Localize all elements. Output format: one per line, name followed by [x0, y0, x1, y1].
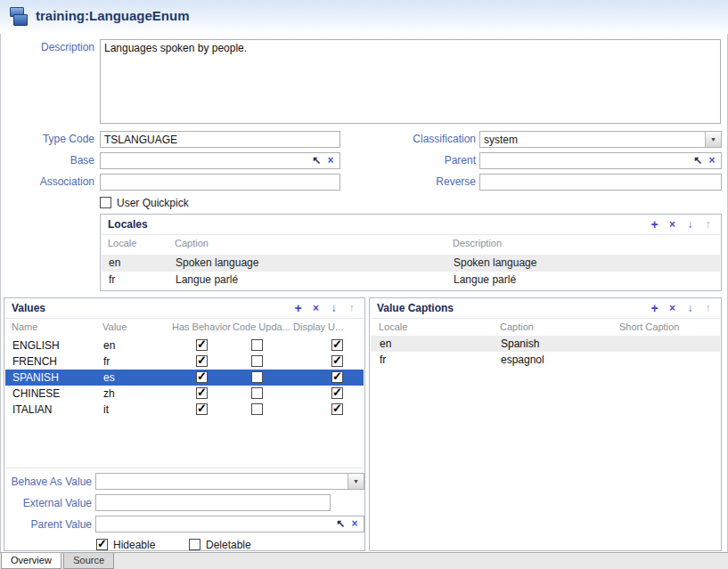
- move-down-icon[interactable]: ↓: [328, 301, 339, 315]
- clear-icon[interactable]: ×: [706, 153, 718, 168]
- table-row[interactable]: SPANISH es: [5, 370, 364, 386]
- remove-icon[interactable]: ×: [667, 217, 678, 232]
- display-update-checkbox[interactable]: [331, 355, 343, 367]
- parent-input[interactable]: [482, 153, 691, 170]
- chevron-down-icon[interactable]: ▼: [348, 474, 364, 489]
- locales-title-separator: [102, 234, 720, 235]
- caption-cell: Spoken language: [176, 255, 258, 272]
- value-captions-group: Value Captions + × ↓ ↑ Locale Caption Sh…: [369, 297, 722, 551]
- classification-select[interactable]: system ▼: [479, 131, 722, 148]
- value-name-cell: CHINESE: [12, 386, 60, 402]
- table-row[interactable]: ITALIAN it: [5, 402, 364, 418]
- table-row[interactable]: en Spoken language Spoken language: [102, 255, 720, 272]
- pick-arrow-icon[interactable]: ↖: [334, 516, 347, 532]
- user-quickpick-label: User Quickpick: [117, 196, 189, 210]
- chevron-down-icon[interactable]: ▼: [705, 132, 721, 147]
- association-input[interactable]: [100, 174, 340, 191]
- pick-arrow-icon[interactable]: ↖: [691, 153, 704, 168]
- classification-value: system: [484, 134, 518, 146]
- tab-overview-label: Overview: [11, 555, 52, 565]
- display-update-checkbox[interactable]: [331, 403, 343, 415]
- table-row[interactable]: ENGLISH en: [5, 337, 364, 354]
- parent-value-field[interactable]: ↖ ×: [95, 516, 364, 532]
- caption-text-cell: Spanish: [501, 336, 539, 352]
- display-update-checkbox[interactable]: [331, 371, 343, 383]
- behave-as-value-select[interactable]: ▼: [95, 473, 364, 490]
- bottom-tab-bar: Overview Source: [0, 552, 728, 569]
- move-down-icon[interactable]: ↓: [684, 301, 696, 315]
- table-row[interactable]: fr espagnol: [371, 352, 720, 368]
- tab-source[interactable]: Source: [63, 553, 114, 569]
- caption-locale-cell: fr: [380, 352, 386, 368]
- values-col-code-update: Code Upda...: [233, 321, 290, 332]
- code-update-checkbox[interactable]: [251, 371, 263, 383]
- deletable-checkbox[interactable]: [189, 539, 200, 550]
- reverse-input[interactable]: [479, 174, 722, 191]
- code-update-checkbox[interactable]: [251, 387, 263, 399]
- base-field[interactable]: ↖ ×: [100, 152, 340, 169]
- table-row[interactable]: CHINESE zh: [5, 386, 364, 402]
- display-update-checkbox[interactable]: [331, 339, 343, 351]
- captions-col-short-caption: Short Caption: [619, 321, 679, 332]
- locales-col-locale: Locale: [108, 238, 136, 248]
- add-icon[interactable]: +: [649, 301, 660, 315]
- hideable-label: Hideable: [113, 538, 155, 552]
- user-quickpick-checkbox[interactable]: [100, 197, 111, 208]
- parent-value-input[interactable]: [98, 516, 333, 533]
- remove-icon[interactable]: ×: [310, 301, 322, 315]
- captions-col-caption: Caption: [500, 321, 534, 332]
- table-row[interactable]: en Spanish: [371, 336, 720, 352]
- type-code-input[interactable]: [100, 131, 340, 148]
- external-value-label: External Value: [4, 495, 92, 512]
- pick-arrow-icon[interactable]: ↖: [310, 153, 323, 168]
- description-input[interactable]: Languages spoken by people.: [100, 39, 721, 124]
- external-value-input[interactable]: [95, 494, 331, 511]
- hideable-checkbox[interactable]: [96, 539, 108, 550]
- code-update-checkbox[interactable]: [251, 355, 263, 367]
- type-code-label: Type Code: [0, 131, 94, 148]
- value-code-cell: en: [103, 337, 115, 354]
- move-up-icon[interactable]: ↑: [702, 217, 714, 232]
- locale-cell: fr: [109, 272, 115, 289]
- caption-text-cell: espagnol: [501, 352, 544, 368]
- value-name-cell: SPANISH: [12, 370, 59, 386]
- table-row[interactable]: fr Langue parlé Langue parlé: [102, 272, 720, 289]
- deletable-label: Deletable: [206, 538, 251, 552]
- values-col-has-behavior: Has Behavior: [172, 321, 231, 332]
- move-down-icon[interactable]: ↓: [684, 217, 696, 232]
- tab-overview[interactable]: Overview: [1, 553, 61, 569]
- values-col-display-update: Display U...: [293, 321, 343, 332]
- move-up-icon[interactable]: ↑: [346, 301, 357, 315]
- table-row[interactable]: FRENCH fr: [5, 354, 364, 370]
- add-icon[interactable]: +: [649, 217, 660, 232]
- reverse-label: Reverse: [367, 174, 476, 191]
- base-input[interactable]: [102, 153, 309, 170]
- page-title: training:LanguageEnum: [36, 8, 190, 23]
- has-behavior-checkbox[interactable]: [196, 371, 208, 383]
- value-code-cell: zh: [103, 386, 115, 402]
- has-behavior-checkbox[interactable]: [196, 339, 208, 351]
- values-detail-separator: [5, 467, 364, 468]
- caption-locale-cell: en: [380, 336, 391, 352]
- clear-icon[interactable]: ×: [324, 153, 337, 168]
- value-code-cell: es: [103, 370, 115, 386]
- parent-field[interactable]: ↖ ×: [479, 152, 722, 169]
- display-update-checkbox[interactable]: [331, 387, 343, 399]
- move-up-icon[interactable]: ↑: [702, 301, 714, 315]
- code-update-checkbox[interactable]: [251, 339, 263, 351]
- header: training:LanguageEnum: [0, 0, 728, 34]
- locale-cell: en: [109, 255, 120, 272]
- value-captions-toolbar: + × ↓ ↑: [649, 301, 714, 315]
- has-behavior-checkbox[interactable]: [196, 403, 208, 415]
- value-captions-title: Value Captions: [377, 302, 454, 314]
- clear-icon[interactable]: ×: [348, 516, 361, 532]
- has-behavior-checkbox[interactable]: [196, 387, 208, 399]
- remove-icon[interactable]: ×: [667, 301, 678, 315]
- add-icon[interactable]: +: [292, 301, 304, 315]
- locales-group: Locales + × ↓ ↑ Locale Caption Descripti…: [100, 214, 722, 291]
- values-title: Values: [12, 302, 45, 314]
- has-behavior-checkbox[interactable]: [196, 355, 208, 367]
- code-update-checkbox[interactable]: [251, 403, 263, 415]
- caption-cell: Langue parlé: [176, 272, 238, 289]
- values-col-value: Value: [102, 321, 127, 332]
